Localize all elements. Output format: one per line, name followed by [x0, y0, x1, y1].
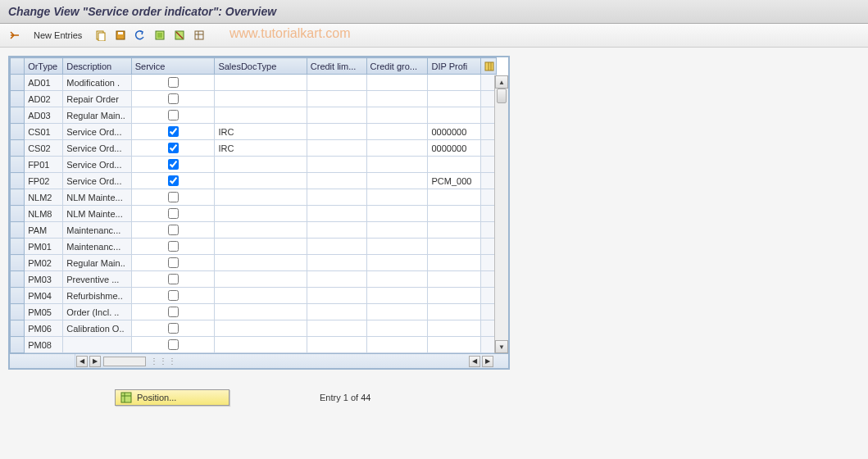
cell-service[interactable]	[131, 91, 215, 107]
cell-service[interactable]	[131, 140, 215, 157]
col-header-ortype[interactable]: OrType	[25, 58, 63, 75]
cell-salesdoc[interactable]	[215, 320, 307, 337]
cell-salesdoc[interactable]	[215, 304, 307, 320]
cell-ortype[interactable]: PM01	[25, 239, 63, 255]
cell-creditgrp[interactable]	[366, 189, 428, 206]
service-checkbox[interactable]	[168, 307, 179, 317]
cell-dip[interactable]: 0000000	[428, 140, 480, 157]
cell-service[interactable]	[131, 75, 215, 91]
service-checkbox[interactable]	[168, 339, 179, 350]
cell-salesdoc[interactable]	[215, 107, 307, 124]
col-header-creditlim[interactable]: Credit lim...	[307, 58, 366, 75]
cell-salesdoc[interactable]	[215, 288, 307, 304]
cell-creditlim[interactable]	[307, 337, 366, 353]
vertical-scrollbar[interactable]: ▲ ▼	[494, 75, 508, 353]
cell-service[interactable]	[131, 124, 215, 140]
cell-ortype[interactable]: AD02	[25, 91, 63, 107]
position-button[interactable]: Position...	[115, 389, 229, 406]
undo-icon[interactable]	[132, 27, 148, 43]
cell-dip[interactable]	[428, 189, 480, 206]
cell-creditgrp[interactable]	[366, 288, 428, 304]
cell-creditlim[interactable]	[307, 206, 366, 222]
cell-salesdoc[interactable]	[215, 75, 307, 91]
cell-service[interactable]	[131, 173, 215, 189]
row-selector[interactable]	[11, 271, 25, 288]
cell-service[interactable]	[131, 189, 215, 206]
cell-ortype[interactable]: CS01	[25, 124, 63, 140]
cell-creditgrp[interactable]	[366, 75, 428, 91]
cell-description[interactable]: Modification .	[63, 75, 131, 91]
cell-creditgrp[interactable]	[366, 124, 428, 140]
cell-salesdoc[interactable]	[215, 222, 307, 239]
cell-dip[interactable]: PCM_000	[428, 173, 480, 189]
cell-creditlim[interactable]	[307, 75, 366, 91]
cell-dip[interactable]	[428, 107, 480, 124]
cell-creditlim[interactable]	[307, 189, 366, 206]
service-checkbox[interactable]	[168, 77, 179, 88]
service-checkbox[interactable]	[168, 208, 179, 219]
horizontal-scrollbar[interactable]: ◀ ▶ ⋮⋮⋮ ◀ ▶	[10, 353, 508, 368]
cell-description[interactable]	[63, 337, 131, 353]
cell-service[interactable]	[131, 222, 215, 239]
cell-creditgrp[interactable]	[366, 107, 428, 124]
cell-ortype[interactable]: PM06	[25, 320, 63, 337]
cell-creditgrp[interactable]	[366, 91, 428, 107]
configure-columns-icon[interactable]	[480, 58, 496, 75]
cell-creditgrp[interactable]	[366, 239, 428, 255]
cell-service[interactable]	[131, 337, 215, 353]
cell-creditlim[interactable]	[307, 288, 366, 304]
service-checkbox[interactable]	[168, 323, 179, 334]
cell-creditgrp[interactable]	[366, 173, 428, 189]
cell-salesdoc[interactable]	[215, 337, 307, 353]
cell-creditgrp[interactable]	[366, 140, 428, 157]
col-header-dip[interactable]: DIP Profi	[428, 58, 480, 75]
service-checkbox[interactable]	[168, 175, 179, 186]
cell-dip[interactable]	[428, 222, 480, 239]
cell-dip[interactable]	[428, 288, 480, 304]
cell-ortype[interactable]: PM03	[25, 271, 63, 288]
cell-description[interactable]: Regular Main..	[63, 255, 131, 271]
service-checkbox[interactable]	[168, 274, 179, 284]
col-header-salesdoc[interactable]: SalesDocType	[215, 58, 307, 75]
cell-ortype[interactable]: AD01	[25, 75, 63, 91]
scroll-right2-icon[interactable]: ▶	[482, 356, 493, 367]
cell-creditlim[interactable]	[307, 157, 366, 173]
row-selector[interactable]	[11, 206, 25, 222]
cell-service[interactable]	[131, 157, 215, 173]
service-checkbox[interactable]	[168, 159, 179, 170]
cell-creditlim[interactable]	[307, 140, 366, 157]
cell-service[interactable]	[131, 304, 215, 320]
scroll-right-icon[interactable]: ▶	[89, 356, 101, 367]
cell-dip[interactable]	[428, 206, 480, 222]
cell-creditlim[interactable]	[307, 124, 366, 140]
service-checkbox[interactable]	[168, 110, 179, 120]
row-selector[interactable]	[11, 189, 25, 206]
service-checkbox[interactable]	[168, 192, 179, 202]
cell-dip[interactable]	[428, 304, 480, 320]
select-all-icon[interactable]	[152, 27, 168, 43]
cell-description[interactable]: Order (Incl. ..	[63, 304, 131, 320]
cell-creditgrp[interactable]	[366, 222, 428, 239]
cell-creditgrp[interactable]	[366, 206, 428, 222]
cell-description[interactable]: Regular Main..	[63, 107, 131, 124]
row-selector[interactable]	[11, 320, 25, 337]
cell-description[interactable]: Preventive ...	[63, 271, 131, 288]
cell-ortype[interactable]: PM08	[25, 337, 63, 353]
cell-creditlim[interactable]	[307, 173, 366, 189]
deselect-icon[interactable]	[171, 27, 188, 43]
new-entries-button[interactable]: New Entries	[26, 28, 89, 43]
row-selector[interactable]	[11, 173, 25, 189]
cell-ortype[interactable]: PM02	[25, 255, 63, 271]
row-selector[interactable]	[11, 107, 25, 124]
row-selector[interactable]	[11, 91, 25, 107]
service-checkbox[interactable]	[168, 290, 179, 301]
row-selector[interactable]	[11, 304, 25, 320]
copy-icon[interactable]	[93, 27, 109, 43]
cell-dip[interactable]	[428, 255, 480, 271]
service-checkbox[interactable]	[168, 143, 179, 153]
row-selector[interactable]	[11, 124, 25, 140]
cell-ortype[interactable]: NLM8	[25, 206, 63, 222]
cell-salesdoc[interactable]	[215, 91, 307, 107]
cell-dip[interactable]	[428, 239, 480, 255]
cell-creditlim[interactable]	[307, 271, 366, 288]
